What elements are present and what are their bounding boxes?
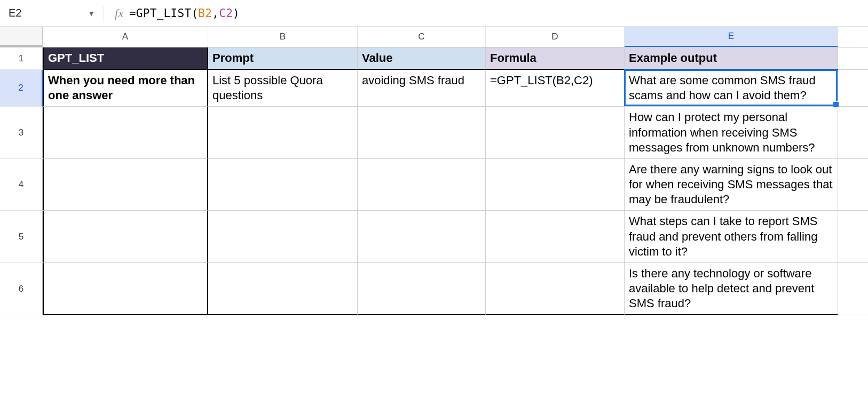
cell-d2[interactable]: =GPT_LIST(B2,C2) — [486, 70, 625, 107]
cell-a4[interactable] — [43, 159, 208, 211]
cell-c6[interactable] — [358, 263, 486, 315]
col-header-d[interactable]: D — [486, 27, 625, 47]
cell-a5[interactable] — [43, 211, 208, 262]
row-header-3[interactable]: 3 — [0, 107, 43, 158]
separator — [104, 6, 104, 21]
formula-comma: , — [212, 7, 219, 20]
cell-b5[interactable] — [208, 211, 358, 262]
col-header-b[interactable]: B — [208, 27, 358, 47]
cell-d6[interactable] — [486, 263, 625, 315]
grid-body: 1 GPT_LIST Prompt Value Formula Example … — [0, 47, 868, 315]
cell-d3[interactable] — [486, 107, 625, 158]
cell-d4[interactable] — [486, 159, 625, 211]
cell-f3[interactable] — [838, 107, 868, 158]
formula-fn: GPT_LIST — [136, 7, 192, 20]
cell-f1[interactable] — [838, 47, 868, 70]
chevron-down-icon: ▼ — [88, 9, 95, 18]
cell-f4[interactable] — [838, 159, 868, 211]
name-box[interactable]: E2 — [4, 5, 82, 21]
row-header-2[interactable]: 2 — [0, 70, 43, 107]
col-header-e[interactable]: E — [625, 27, 838, 47]
cell-c1[interactable]: Value — [358, 47, 486, 70]
cell-c4[interactable] — [358, 159, 486, 211]
cell-f5[interactable] — [838, 211, 868, 262]
cell-f6[interactable] — [838, 263, 868, 315]
formula-ref-b2: B2 — [198, 7, 212, 20]
cell-e1[interactable]: Example output — [625, 47, 838, 70]
cell-c3[interactable] — [358, 107, 486, 158]
cell-e4[interactable]: Are there any warning signs to look out … — [625, 159, 838, 211]
cell-a3[interactable] — [43, 107, 208, 158]
formula-input[interactable]: =GPT_LIST(B2,C2) — [129, 7, 240, 20]
cell-c5[interactable] — [358, 211, 486, 262]
cell-a1[interactable]: GPT_LIST — [43, 47, 208, 70]
formula-open: ( — [191, 7, 198, 20]
formula-eq: = — [129, 7, 136, 20]
cell-d5[interactable] — [486, 211, 625, 262]
cell-d1[interactable]: Formula — [486, 47, 625, 70]
cell-e6[interactable]: Is there any technology or software avai… — [625, 263, 838, 315]
cell-b4[interactable] — [208, 159, 358, 211]
cell-e5[interactable]: What steps can I take to report SMS frau… — [625, 211, 838, 262]
formula-bar: E2 ▼ fx =GPT_LIST(B2,C2) — [0, 0, 868, 27]
cell-b2[interactable]: List 5 possible Quora questions — [208, 70, 358, 107]
row-header-1[interactable]: 1 — [0, 47, 43, 70]
select-all-corner[interactable] — [0, 27, 43, 47]
col-header-f[interactable] — [838, 27, 868, 47]
cell-f2[interactable] — [838, 70, 868, 107]
cell-a6[interactable] — [43, 263, 208, 315]
cell-b3[interactable] — [208, 107, 358, 158]
col-header-a[interactable]: A — [43, 27, 208, 47]
row-header-6[interactable]: 6 — [0, 263, 43, 315]
name-box-dropdown[interactable]: ▼ — [82, 9, 100, 18]
formula-close: ) — [233, 7, 240, 20]
cell-a2[interactable]: When you need more than one answer — [43, 70, 208, 107]
cell-b1[interactable]: Prompt — [208, 47, 358, 70]
spreadsheet: A B C D E 1 GPT_LIST Prompt Value Formul… — [0, 27, 868, 315]
name-box-wrap: E2 ▼ — [4, 0, 100, 26]
column-headers: A B C D E — [0, 27, 868, 47]
cell-e3[interactable]: How can I protect my personal informatio… — [625, 107, 838, 158]
formula-ref-c2: C2 — [219, 7, 233, 20]
cell-b6[interactable] — [208, 263, 358, 315]
col-header-c[interactable]: C — [358, 27, 486, 47]
cell-c2[interactable]: avoiding SMS fraud — [358, 70, 486, 107]
row-header-4[interactable]: 4 — [0, 159, 43, 211]
fx-label[interactable]: fx — [107, 6, 129, 20]
row-header-5[interactable]: 5 — [0, 211, 43, 262]
cell-e2[interactable]: What are some common SMS fraud scams and… — [625, 70, 838, 107]
